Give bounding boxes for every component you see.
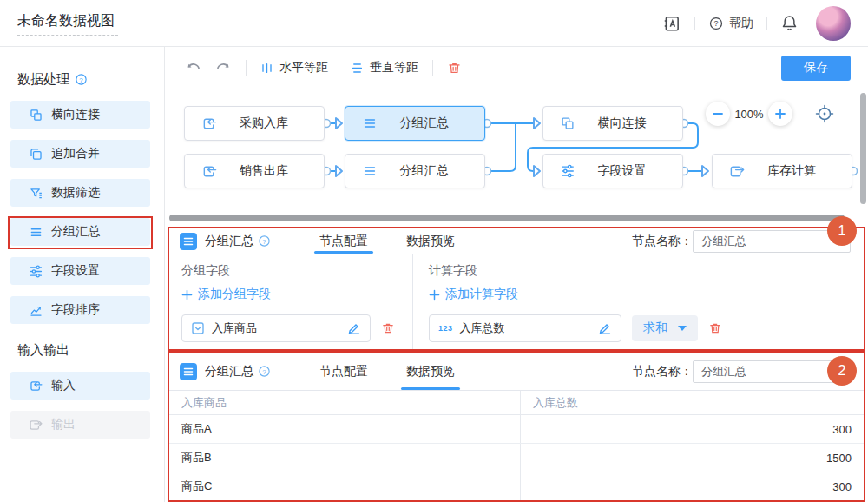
sidebar-item-append[interactable]: 追加合并 (10, 140, 150, 168)
calc-fields-heading: 计算字段 (429, 263, 848, 279)
node-name-label: 节点名称： (632, 364, 693, 380)
divider (766, 17, 767, 30)
sidebar-item-field-sort[interactable]: 字段排序 (10, 296, 150, 324)
aggregate-select[interactable]: 求和 (632, 315, 698, 341)
cell-total: 300 (520, 472, 864, 500)
tab-data-preview[interactable]: 数据预览 (401, 228, 460, 254)
node-name-group: 节点名称： (632, 230, 851, 253)
sidebar-item-field-settings[interactable]: 字段设置 (10, 257, 150, 285)
preview-table: 入库商品 入库总数 商品A 300 商品B 1500 商品C 300 (169, 391, 864, 500)
panel1-header: 分组汇总 ? 节点配置 数据预览 节点名称： (169, 228, 864, 254)
bell-icon[interactable] (780, 14, 799, 32)
page-title[interactable]: 未命名数据视图 (17, 10, 118, 36)
canvas-toolbar: 水平等距 垂直等距 保存 (165, 47, 868, 89)
tab-node-config[interactable]: 节点配置 (314, 353, 373, 390)
table-row: 商品B 1500 (169, 444, 864, 472)
cell-product: 商品A (169, 415, 520, 443)
sidebar-item-output: 输出 (10, 411, 150, 439)
group-field-row: 入库商品 (181, 314, 400, 342)
panel1-tabs: 节点配置 数据预览 (314, 228, 488, 254)
sliders-icon (560, 163, 575, 179)
help-button[interactable]: ? 帮助 (708, 16, 753, 31)
panel2-header: 分组汇总 ? 节点配置 数据预览 节点名称： (169, 353, 864, 391)
question-icon[interactable]: ? (258, 234, 271, 248)
import-icon (201, 163, 218, 180)
zoom-controls: 100% (706, 102, 834, 126)
avatar[interactable] (816, 6, 851, 41)
locate-icon[interactable] (815, 104, 834, 123)
minus-icon (712, 108, 724, 120)
edit-icon[interactable] (347, 321, 361, 335)
help-label: 帮助 (729, 16, 753, 31)
svg-text:?: ? (713, 19, 718, 28)
tab-node-config[interactable]: 节点配置 (314, 228, 373, 254)
cell-product: 商品C (169, 472, 520, 500)
node-purchase-inbound[interactable]: 采购入库 (184, 106, 325, 141)
plus-icon (774, 108, 786, 120)
node-group-summary-1[interactable]: 分组汇总 (345, 106, 485, 141)
divider (246, 60, 247, 76)
panel-title: 分组汇总 (205, 234, 253, 249)
zoom-out-button[interactable] (706, 102, 730, 126)
node-sales-outbound[interactable]: 销售出库 (184, 154, 325, 188)
undo-icon[interactable] (185, 60, 201, 76)
delete-field-icon[interactable] (708, 321, 722, 335)
topbar-actions: ? 帮助 (662, 6, 851, 41)
horizontal-scrollbar[interactable] (169, 215, 845, 221)
group-summary-icon (362, 163, 378, 179)
topbar: 未命名数据视图 ? 帮助 (0, 0, 868, 47)
vertical-spacing-button[interactable]: 垂直等距 (351, 60, 418, 76)
question-icon[interactable]: ? (75, 73, 88, 86)
table-row: 商品C 300 (169, 472, 864, 500)
field-name: 入库商品 (212, 320, 347, 336)
numeric-type-icon: 123 (438, 324, 453, 333)
save-button[interactable]: 保存 (781, 56, 851, 81)
group-fields-heading: 分组字段 (181, 263, 400, 279)
group-summary-icon (29, 225, 43, 240)
sidebar-item-join[interactable]: 横向连接 (10, 101, 150, 129)
node-field-settings[interactable]: 字段设置 (542, 154, 683, 188)
add-group-field-button[interactable]: 添加分组字段 (181, 287, 271, 302)
group-summary-icon (362, 116, 378, 131)
horizontal-spacing-button[interactable]: 水平等距 (260, 60, 328, 76)
node-name-label: 节点名称： (632, 234, 693, 249)
delete-node-icon[interactable] (447, 61, 462, 76)
calc-fields-section: 计算字段 添加计算字段 123 入库总数 (413, 254, 864, 349)
sidebar: 数据处理 ? 横向连接 追加合并 (0, 47, 165, 502)
sort-icon (29, 303, 43, 318)
zoom-level: 100% (730, 108, 768, 121)
delete-field-icon[interactable] (381, 321, 395, 335)
node-group-summary-2[interactable]: 分组汇总 (345, 154, 485, 188)
zoom-in-button[interactable] (768, 102, 792, 126)
cell-total: 300 (520, 415, 864, 443)
export-icon (729, 163, 746, 180)
sidebar-item-group-summary[interactable]: 分组汇总 (10, 218, 150, 246)
export-icon (29, 418, 43, 433)
node-join[interactable]: 横向连接 (542, 106, 683, 141)
flow-canvas[interactable]: 采购入库 分组汇总 横向连接 (165, 89, 868, 227)
group-summary-preview-panel: 2 分组汇总 ? 节点配置 数据预览 节点名称： (168, 351, 865, 502)
plus-icon (429, 289, 440, 301)
calc-field-chip[interactable]: 123 入库总数 (429, 314, 621, 342)
panel1-body: 分组字段 添加分组字段 入库商品 (169, 254, 864, 349)
main-area: 水平等距 垂直等距 保存 (165, 47, 868, 502)
question-icon[interactable]: ? (258, 365, 271, 378)
sidebar-item-filter[interactable]: 数据筛选 (10, 179, 150, 207)
import-icon (29, 379, 43, 393)
node-inventory-calc[interactable]: 库存计算 (712, 154, 852, 188)
redo-icon[interactable] (215, 60, 232, 76)
cell-total: 1500 (520, 444, 864, 472)
group-summary-icon (180, 233, 197, 250)
vertical-scrollbar[interactable] (860, 93, 866, 204)
cell-product: 商品B (169, 444, 520, 472)
contact-card-icon[interactable] (662, 14, 681, 33)
add-calc-field-button[interactable]: 添加计算字段 (429, 287, 518, 302)
annotation-badge-2: 2 (827, 356, 857, 386)
group-field-chip[interactable]: 入库商品 (181, 314, 371, 342)
edit-icon[interactable] (598, 321, 612, 335)
field-name: 入库总数 (460, 320, 598, 336)
sidebar-item-input[interactable]: 输入 (10, 372, 150, 400)
tab-data-preview[interactable]: 数据预览 (401, 353, 460, 390)
dimension-type-icon (191, 321, 205, 335)
caret-down-icon (678, 326, 687, 331)
